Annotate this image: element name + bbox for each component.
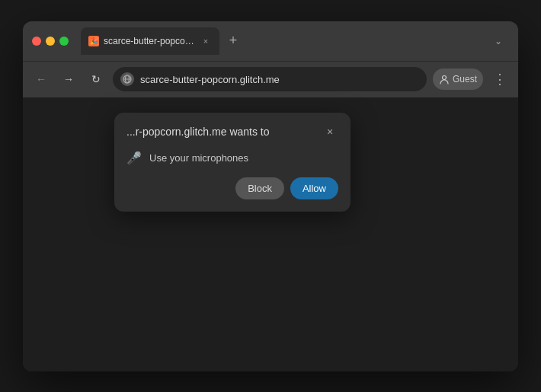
tab-dropdown-button[interactable]: ⌄: [488, 30, 509, 52]
browser-window: 🎉 scarce-butter-popcorn.glitch × + ⌄ ← →…: [23, 21, 518, 371]
tab-title: scarce-butter-popcorn.glitch: [104, 36, 195, 46]
popup-title: ...r-popcorn.glitch.me wants to: [126, 126, 270, 138]
popup-body: 🎤 Use your microphones Block Allow: [114, 148, 351, 212]
tab-area: 🎉 scarce-butter-popcorn.glitch × + ⌄: [81, 27, 509, 55]
permission-text: Use your microphones: [149, 152, 248, 164]
permission-row: 🎤 Use your microphones: [126, 151, 338, 165]
forward-button[interactable]: →: [58, 69, 79, 90]
back-button[interactable]: ←: [30, 69, 52, 90]
new-tab-button[interactable]: +: [222, 30, 244, 52]
close-window-button[interactable]: [32, 37, 41, 46]
block-button[interactable]: Block: [235, 177, 284, 199]
popup-actions: Block Allow: [126, 177, 338, 199]
content-area: ...r-popcorn.glitch.me wants to × 🎤 Use …: [23, 97, 518, 371]
maximize-window-button[interactable]: [59, 37, 69, 46]
browser-menu-button[interactable]: ⋮: [489, 69, 511, 90]
profile-icon: [439, 74, 450, 84]
address-text: scarce-butter-popcorn.glitch.me: [140, 74, 419, 85]
tab-close-button[interactable]: ×: [200, 35, 212, 47]
permission-popup: ...r-popcorn.glitch.me wants to × 🎤 Use …: [114, 113, 351, 212]
popup-header: ...r-popcorn.glitch.me wants to ×: [114, 113, 351, 148]
traffic-lights: [32, 37, 69, 46]
active-tab[interactable]: 🎉 scarce-butter-popcorn.glitch ×: [81, 27, 219, 55]
reload-button[interactable]: ↻: [85, 69, 107, 90]
allow-button[interactable]: Allow: [290, 177, 338, 199]
nav-bar: ← → ↻ scarce-butter-popcorn.glitch.me Gu…: [23, 61, 518, 97]
tab-favicon: 🎉: [88, 36, 99, 46]
microphone-icon: 🎤: [126, 151, 142, 165]
svg-point-3: [442, 76, 446, 80]
popup-close-button[interactable]: ×: [322, 123, 338, 140]
minimize-window-button[interactable]: [46, 37, 55, 46]
profile-button[interactable]: Guest: [433, 69, 483, 90]
title-bar: 🎉 scarce-butter-popcorn.glitch × + ⌄: [23, 21, 518, 61]
profile-label: Guest: [453, 74, 477, 84]
address-bar[interactable]: scarce-butter-popcorn.glitch.me: [113, 67, 427, 91]
site-icon: [120, 72, 134, 86]
